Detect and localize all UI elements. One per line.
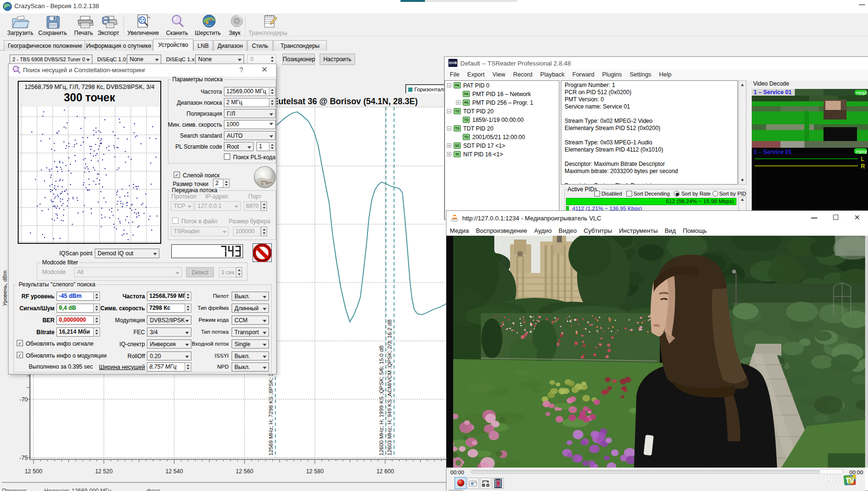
svg-text:12 520: 12 520 — [95, 468, 113, 475]
svg-text:12 560: 12 560 — [236, 468, 254, 475]
svg-text:12 580: 12 580 — [306, 468, 324, 475]
svg-text:12 540: 12 540 — [166, 468, 183, 475]
svg-text:12 600: 12 600 — [377, 468, 394, 475]
svg-text:TV: TV — [846, 477, 855, 484]
svg-text:B: B — [487, 484, 489, 487]
svg-text:mpeg: mpeg — [856, 149, 867, 154]
svg-text:A: A — [483, 484, 485, 487]
svg-text:L: L — [861, 156, 864, 163]
svg-text:Уровень, dBm: Уровень, dBm — [2, 271, 8, 306]
svg-text:-75: -75 — [20, 455, 28, 461]
svg-text:12603 MHz; H; 949 KS ;ACM/VCM: 12603 MHz; H; 949 KS ;ACM/VCM ;QPSK; 2/3… — [387, 319, 392, 456]
svg-text:1 – Service 01: 1 – Service 01 — [754, 149, 792, 155]
svg-text:12600 MHz; H; 1999 KS ;QPSK; 5: 12600 MHz; H; 1999 KS ;QPSK; 5/6; 15.0 d… — [378, 345, 384, 456]
svg-text:12 500: 12 500 — [25, 468, 43, 475]
svg-text:mpg2: mpg2 — [856, 90, 867, 95]
svg-text:-70: -70 — [20, 396, 28, 403]
svg-text:R: R — [861, 163, 865, 170]
svg-text:1 – Service 01: 1 – Service 01 — [754, 89, 792, 96]
svg-text:Eutelsat 36 @ Borisov (54.1N,: Eutelsat 36 @ Borisov (54.1N, 28.3E) — [273, 97, 418, 106]
